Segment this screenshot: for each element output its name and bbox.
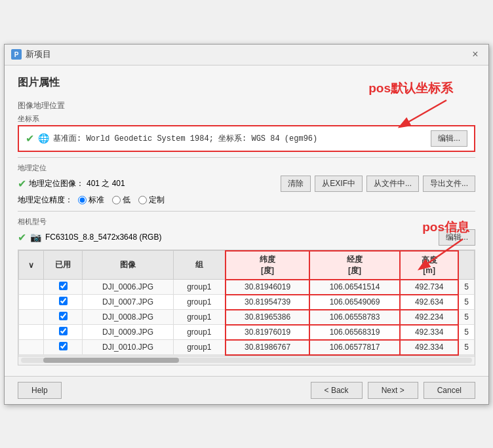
th-lon: 经度[度] — [309, 251, 400, 280]
globe-icon: 🌐 — [38, 133, 49, 143]
camera-icon: 📷 — [30, 232, 41, 242]
cell-used[interactable] — [43, 340, 83, 355]
geo-images-row: ✔ 地理定位图像： 401 之 401 清除 从EXIF中 从文件中... 导出… — [18, 176, 475, 192]
camera-section-label: 相机型号 — [18, 217, 475, 227]
th-sort: ∨ — [19, 251, 44, 280]
scroll-track — [21, 358, 472, 363]
cell-lon: 106.06541514 — [309, 280, 400, 295]
page-title: 图片属性 — [18, 76, 475, 90]
cell-lat: 30.81946019 — [226, 280, 309, 295]
cell-image: DJI_0007.JPG — [83, 295, 173, 310]
cell-lat: 30.81954739 — [226, 295, 309, 310]
horizontal-scrollbar[interactable] — [18, 356, 475, 365]
coord-edit-button[interactable]: 编辑... — [431, 130, 467, 147]
cell-extra: 5 — [458, 295, 474, 310]
cell-used[interactable] — [43, 310, 83, 325]
th-alt: 高度[m] — [400, 251, 458, 280]
main-window: P 新项目 × 图片属性 图像地理位置 坐标系 ✔ 🌐 基准面: World G… — [4, 44, 489, 405]
cell-lat: 30.81965386 — [226, 310, 309, 325]
cell-group: group1 — [173, 310, 226, 325]
cell-group: group1 — [173, 295, 226, 310]
cell-extra: 5 — [458, 340, 474, 355]
window-icon: P — [11, 49, 22, 60]
cell-group: group1 — [173, 325, 226, 340]
clear-button[interactable]: 清除 — [281, 176, 311, 192]
cell-image: DJI_0009.JPG — [83, 325, 173, 340]
accuracy-custom[interactable]: 定制 — [138, 195, 165, 206]
cell-alt: 492.234 — [400, 310, 458, 325]
th-lat: 纬度[度] — [226, 251, 309, 280]
cell-collapse — [19, 280, 44, 295]
cell-extra: 5 — [458, 280, 474, 295]
cell-lon: 106.06549069 — [309, 295, 400, 310]
next-button[interactable]: Next > — [368, 382, 418, 399]
coord-check-icon: ✔ — [26, 132, 34, 145]
cell-alt: 492.334 — [400, 325, 458, 340]
cell-image: DJI_0010.JPG — [83, 340, 173, 355]
geo-images-label: 地理定位图像： — [29, 178, 84, 189]
cell-lon: 106.06558783 — [309, 310, 400, 325]
coord-system-text: 基准面: World Geodetic System 1984; 坐标系: WG… — [53, 133, 317, 144]
content-area: 图片属性 图像地理位置 坐标系 ✔ 🌐 基准面: World Geodetic … — [5, 65, 488, 376]
image-table-wrapper: ∨ 已用 图像 组 纬度[度] 经度[度] 高度[m] — [18, 250, 475, 365]
table-row: DJI_0006.JPG group1 30.81946019 106.0654… — [19, 280, 475, 295]
camera-edit-button[interactable]: 编辑... — [439, 229, 475, 246]
cell-image: DJI_0008.JPG — [83, 310, 173, 325]
table-row: DJI_0007.JPG group1 30.81954739 106.0654… — [19, 295, 475, 310]
cell-collapse — [19, 310, 44, 325]
from-file-button[interactable]: 从文件中... — [366, 176, 419, 192]
scroll-thumb — [43, 358, 178, 363]
footer: Help < Back Next > Cancel — [5, 376, 488, 404]
cancel-button[interactable]: Cancel — [424, 382, 475, 399]
camera-model: FC6310S_8.8_5472x3648 (RGB) — [45, 233, 161, 242]
cell-used[interactable] — [43, 295, 83, 310]
cell-collapse — [19, 325, 44, 340]
coord-system-box: ✔ 🌐 基准面: World Geodetic System 1984; 坐标系… — [18, 125, 475, 152]
cell-alt: 492.634 — [400, 295, 458, 310]
th-used: 已用 — [43, 251, 83, 280]
geo-positioning-label: 地理定位 — [18, 163, 475, 173]
cell-lon: 106.06568319 — [309, 325, 400, 340]
cell-lon: 106.06577817 — [309, 340, 400, 355]
back-button[interactable]: < Back — [311, 382, 363, 399]
geo-location-section-label: 图像地理位置 — [18, 100, 475, 111]
close-button[interactable]: × — [469, 48, 482, 61]
cell-lat: 30.81986767 — [226, 340, 309, 355]
cell-image: DJI_0006.JPG — [83, 280, 173, 295]
sort-icon: ∨ — [28, 261, 34, 270]
cell-extra: 5 — [458, 325, 474, 340]
cell-group: group1 — [173, 280, 226, 295]
export-file-button[interactable]: 导出文件... — [423, 176, 475, 192]
geo-images-count: 401 之 401 — [87, 178, 125, 189]
table-row: DJI_0009.JPG group1 30.81976019 106.0656… — [19, 325, 475, 340]
camera-row: ✔ 📷 FC6310S_8.8_5472x3648 (RGB) 编辑... — [18, 229, 475, 246]
th-group: 组 — [173, 251, 226, 280]
help-button[interactable]: Help — [18, 382, 62, 399]
accuracy-label: 地理定位精度： — [18, 195, 73, 206]
cell-collapse — [19, 295, 44, 310]
geo-check-icon: ✔ — [18, 177, 26, 190]
cell-lat: 30.81976019 — [226, 325, 309, 340]
accuracy-standard[interactable]: 标准 — [78, 195, 104, 206]
accuracy-low[interactable]: 低 — [112, 195, 130, 206]
image-table-container[interactable]: ∨ 已用 图像 组 纬度[度] 经度[度] 高度[m] — [18, 250, 475, 356]
title-bar: P 新项目 × — [5, 45, 488, 65]
cell-used[interactable] — [43, 325, 83, 340]
th-image: 图像 — [83, 251, 173, 280]
cell-extra: 5 — [458, 310, 474, 325]
from-exif-button[interactable]: 从EXIF中 — [315, 176, 363, 192]
cell-group: group1 — [173, 340, 226, 355]
table-row: DJI_0008.JPG group1 30.81965386 106.0655… — [19, 310, 475, 325]
window-title: 新项目 — [26, 48, 51, 60]
coord-system-label: 坐标系 — [18, 114, 475, 124]
th-extra — [458, 251, 474, 280]
cell-alt: 492.334 — [400, 340, 458, 355]
cell-collapse — [19, 340, 44, 355]
table-header-row: ∨ 已用 图像 组 纬度[度] 经度[度] 高度[m] — [19, 251, 475, 280]
camera-check-icon: ✔ — [18, 231, 26, 244]
accuracy-row: 地理定位精度： 标准 低 定制 — [18, 195, 475, 206]
footer-right: < Back Next > Cancel — [311, 382, 475, 399]
cell-alt: 492.734 — [400, 280, 458, 295]
cell-used[interactable] — [43, 280, 83, 295]
table-row: DJI_0010.JPG group1 30.81986767 106.0657… — [19, 340, 475, 355]
